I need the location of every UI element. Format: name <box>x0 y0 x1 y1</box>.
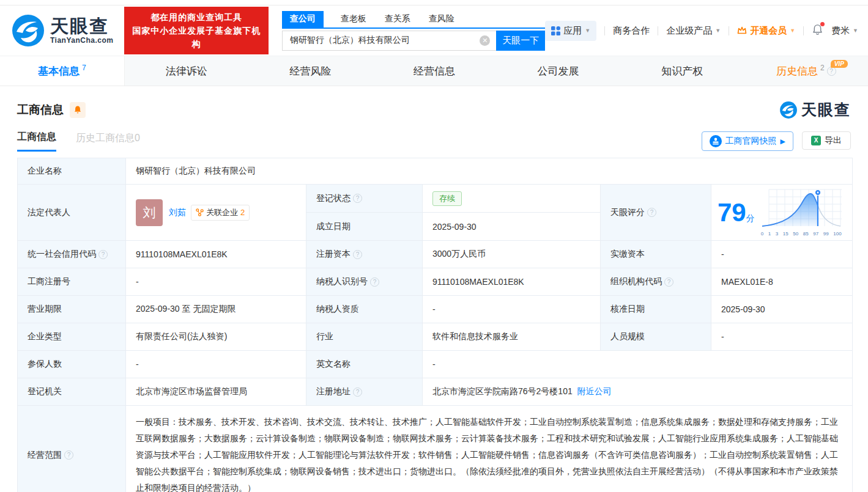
search-tab-risk[interactable]: 查风险 <box>428 11 456 28</box>
field-label-paid-capital: 实缴资本 <box>601 241 711 268</box>
nav-apps[interactable]: 应用 ▼ <box>545 21 596 41</box>
business-info-table: 企业名称 钢研智行（北京）科技有限公司 法定代表人 刘 刘茹 关联企业 2 登记… <box>17 158 853 492</box>
field-label-company-type: 企业类型 <box>18 323 125 350</box>
field-label-taxpayer-quality: 纳税人资质 <box>306 296 422 323</box>
tianyancha-logo[interactable]: 天眼查 TianYanCha.com <box>11 13 113 48</box>
help-icon[interactable]: ? <box>353 194 362 203</box>
crown-icon <box>737 26 747 35</box>
help-icon[interactable]: ? <box>664 277 673 287</box>
official-snapshot-button[interactable]: 工商官网快照 ▶ <box>702 131 793 151</box>
score-axis-labels: 0131550859799100 <box>761 231 842 237</box>
monitor-bell-icon <box>73 105 82 114</box>
subtab-history-registration[interactable]: 历史工商信息0 <box>76 132 140 151</box>
tab-history-info-label: 历史信息 <box>776 64 818 78</box>
notification-bell[interactable] <box>812 24 823 37</box>
help-icon[interactable]: ? <box>353 250 362 259</box>
field-label-insured-count: 参保人数 <box>18 351 125 378</box>
related-companies-count: 2 <box>240 208 245 217</box>
search-tab-boss[interactable]: 查老板 <box>339 11 368 28</box>
tab-operating-risk[interactable]: 经营风险 <box>248 56 373 86</box>
field-label-registration-status: 登记状态? <box>306 185 422 212</box>
field-value-business-term: 2025-09-30 至 无固定期限 <box>126 296 306 323</box>
chevron-down-icon: ▼ <box>790 28 795 34</box>
field-label-registration-authority: 登记机关 <box>18 378 125 405</box>
field-label-english-name: 英文名称 <box>306 351 422 378</box>
nav-cooperation[interactable]: 商务合作 <box>613 25 650 37</box>
tianyancha-watermark-icon <box>779 101 798 119</box>
help-icon[interactable]: ? <box>98 250 108 259</box>
search-clear-icon[interactable]: ✕ <box>480 35 490 46</box>
nav-user[interactable]: 费米 ▼ <box>831 25 858 37</box>
nav-open-vip[interactable]: 开通会员 ▼ <box>737 25 795 37</box>
field-value-registration-authority: 北京市海淀区市场监督管理局 <box>126 378 306 405</box>
promo-line-1: 都在用的商业查询工具 <box>130 10 262 24</box>
tab-basic-info-label: 基本信息 <box>38 64 80 78</box>
nav-open-vip-label: 开通会员 <box>750 25 787 37</box>
search-tab-company[interactable]: 查公司 <box>282 11 324 28</box>
search-button[interactable]: 天眼一下 <box>496 31 545 51</box>
field-label-registered-capital: 注册资本? <box>306 241 422 268</box>
score-number: 79 <box>718 198 746 227</box>
help-icon[interactable]: ? <box>370 277 379 287</box>
field-label-business-scope: 经营范围? <box>18 406 125 492</box>
tab-business-info[interactable]: 经营信息 <box>373 56 497 86</box>
field-label-staff-size: 人员规模 <box>601 323 711 350</box>
search-area: 查公司 查老板 查关系 查风险 ✕ 天眼一下 <box>282 11 546 51</box>
related-companies-badge[interactable]: 关联企业 2 <box>191 205 250 221</box>
nearby-companies-link[interactable]: 附近公司 <box>577 386 612 397</box>
promo-line-2: 国家中小企业发展子基金旗下机构 <box>130 24 262 51</box>
field-value-tianyan-score[interactable]: 79分 <box>711 185 852 240</box>
nav-divider <box>658 26 658 35</box>
legal-rep-avatar[interactable]: 刘 <box>136 199 163 226</box>
related-companies-icon <box>196 208 204 216</box>
field-value-staff-size: - <box>711 323 852 350</box>
logo-domain-text: TianYanCha.com <box>50 36 113 45</box>
help-icon[interactable]: ? <box>64 450 73 460</box>
subtab-business-registration[interactable]: 工商信息 <box>17 131 56 152</box>
field-label-approval-date: 核准日期 <box>601 296 711 323</box>
help-icon[interactable]: ? <box>353 387 362 397</box>
section-title: 工商信息 <box>17 102 64 118</box>
promo-badge: 都在用的商业查询工具 国家中小企业发展子基金旗下机构 <box>124 7 268 54</box>
site-header: 天眼查 TianYanCha.com 都在用的商业查询工具 国家中小企业发展子基… <box>0 6 868 56</box>
field-value-establish-date: 2025-09-30 <box>423 213 600 240</box>
field-value-legal-representative: 刘 刘茹 关联企业 2 <box>126 185 306 240</box>
tianyancha-logo-icon <box>11 13 45 48</box>
search-input[interactable] <box>282 31 497 51</box>
field-label-legal-representative: 法定代表人 <box>18 185 125 240</box>
tab-intellectual-property[interactable]: 知识产权 <box>620 56 744 86</box>
excel-icon: X <box>811 136 821 145</box>
legal-rep-name-link[interactable]: 刘茹 <box>169 207 186 218</box>
field-label-credit-code: 统一社会信用代码? <box>18 241 125 268</box>
arrow-right-icon: ▶ <box>781 138 785 145</box>
snapshot-stamp-icon <box>710 135 722 147</box>
tab-company-development[interactable]: 公司发展 <box>496 56 620 86</box>
field-label-business-term: 营业期限 <box>18 296 125 323</box>
field-label-industry: 行业 <box>306 323 422 350</box>
help-icon[interactable]: ? <box>647 208 656 217</box>
search-tab-relation[interactable]: 查关系 <box>384 11 412 28</box>
tab-history-info-count: 2 <box>820 64 825 72</box>
monitor-bell-button[interactable] <box>70 102 86 118</box>
notification-dot <box>820 22 825 26</box>
nav-divider <box>729 26 729 35</box>
watermark-text: 天眼查 <box>801 100 851 120</box>
company-tabs: 基本信息 7 法律诉讼 经营风险 经营信息 公司发展 知识产权 VIP 历史信息… <box>0 56 868 86</box>
official-snapshot-label: 工商官网快照 <box>725 136 777 147</box>
field-value-business-scope: 一般项目：技术服务、技术开发、技术咨询、技术交流、技术转让、技术推广；人工智能基… <box>126 406 852 492</box>
chevron-down-icon: ▼ <box>853 28 858 34</box>
apps-grid-icon <box>551 26 560 35</box>
field-value-english-name: - <box>423 351 852 378</box>
nav-cooperation-label: 商务合作 <box>613 25 650 37</box>
tab-history-info[interactable]: VIP 历史信息 2 ? <box>744 56 868 86</box>
logo-brand-text: 天眼查 <box>50 17 113 36</box>
field-value-insured-count: - <box>126 351 306 378</box>
field-label-company-name: 企业名称 <box>18 158 125 184</box>
export-button[interactable]: X 导出 <box>802 131 851 150</box>
nav-enterprise[interactable]: 企业级产品 ▼ <box>666 25 721 37</box>
vip-badge: VIP <box>831 60 848 68</box>
field-label-registration-number: 工商注册号 <box>18 268 125 295</box>
field-label-tianyan-score: 天眼评分? <box>601 185 711 240</box>
tab-basic-info[interactable]: 基本信息 7 <box>0 56 125 86</box>
tab-legal-proceedings[interactable]: 法律诉讼 <box>125 56 249 86</box>
